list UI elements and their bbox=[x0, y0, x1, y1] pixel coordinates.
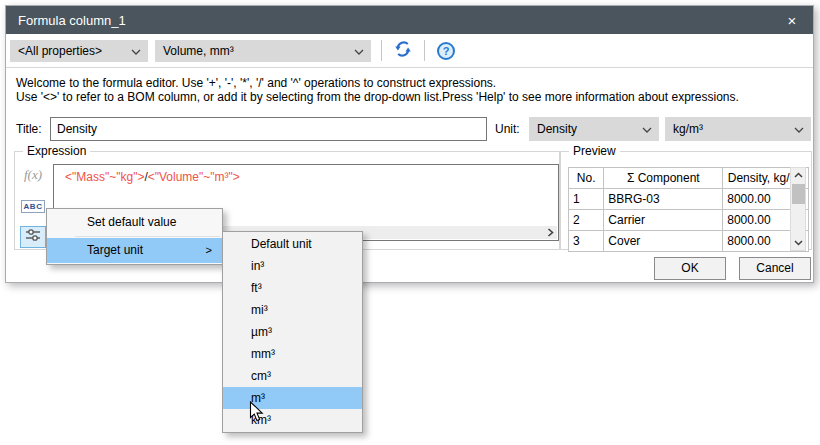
toolbar: <All properties> Volume, mm³ bbox=[6, 34, 813, 68]
column-header-component: Σ Component bbox=[604, 168, 723, 189]
unit-label: Unit: bbox=[495, 117, 520, 141]
cell-no: 2 bbox=[569, 210, 604, 231]
preview-group: Preview No. Σ Component Density, kg/m³ 1… bbox=[560, 151, 812, 250]
title-label: Title: bbox=[16, 117, 42, 141]
help-icon: ? bbox=[437, 42, 455, 60]
title-bar: Formula column_1 × bbox=[6, 6, 813, 34]
help-button[interactable]: ? bbox=[435, 40, 457, 62]
title-input[interactable] bbox=[50, 117, 487, 141]
cell-component: Cover bbox=[604, 231, 723, 252]
scroll-down-icon[interactable] bbox=[791, 235, 805, 250]
preview-group-label: Preview bbox=[569, 144, 620, 158]
cell-component: BBRG-03 bbox=[604, 189, 723, 210]
unit-type-dropdown[interactable]: Density bbox=[529, 117, 659, 141]
cell-component: Carrier bbox=[604, 210, 723, 231]
welcome-line-2: Use '<>' to refer to a BOM column, or ad… bbox=[16, 90, 739, 104]
submenu-item-in3[interactable]: in³ bbox=[223, 255, 362, 277]
column-header-no: No. bbox=[569, 168, 604, 189]
properties-dropdown-value: <All properties> bbox=[18, 44, 102, 58]
cancel-button[interactable]: Cancel bbox=[739, 257, 811, 280]
expression-tools: f(x) ABC bbox=[20, 164, 48, 257]
formula-left-ref: <"Mass"~"kg"> bbox=[65, 170, 144, 184]
scrollbar-thumb[interactable] bbox=[792, 184, 805, 204]
close-button[interactable]: × bbox=[771, 6, 813, 34]
formula-right-ref: <"Volume"~"m³"> bbox=[148, 170, 240, 184]
menu-item-set-default-value[interactable]: Set default value bbox=[47, 210, 222, 235]
table-header-row: No. Σ Component Density, kg/m³ bbox=[569, 168, 809, 189]
abc-icon: ABC bbox=[21, 200, 46, 213]
close-icon: × bbox=[788, 12, 797, 29]
menu-separator bbox=[75, 236, 220, 237]
submenu-item-cm3[interactable]: cm³ bbox=[223, 365, 362, 387]
submenu-item-m3[interactable]: m³ bbox=[223, 387, 362, 409]
fx-icon: f(x) bbox=[24, 167, 42, 183]
table-row: 3 Cover 8000.00 bbox=[569, 231, 809, 252]
vertical-scrollbar[interactable] bbox=[790, 167, 806, 251]
preview-table: No. Σ Component Density, kg/m³ 1 BBRG-03… bbox=[568, 167, 809, 252]
text-button[interactable]: ABC bbox=[20, 195, 46, 217]
submenu-item-default-unit[interactable]: Default unit bbox=[223, 233, 362, 255]
refresh-button[interactable] bbox=[392, 40, 414, 62]
table-row: 2 Carrier 8000.00 bbox=[569, 210, 809, 231]
sliders-icon bbox=[25, 228, 41, 246]
expression-group-label: Expression bbox=[23, 144, 90, 158]
options-button[interactable] bbox=[20, 226, 46, 248]
cell-no: 1 bbox=[569, 189, 604, 210]
chevron-down-icon bbox=[642, 122, 652, 136]
bom-column-dropdown-value: Volume, mm³ bbox=[163, 44, 234, 58]
chevron-down-icon bbox=[131, 44, 141, 58]
table-row: 1 BBRG-03 8000.00 bbox=[569, 189, 809, 210]
submenu-arrow-icon: > bbox=[206, 238, 212, 263]
bom-column-dropdown[interactable]: Volume, mm³ bbox=[155, 40, 371, 62]
submenu-item-ft3[interactable]: ft³ bbox=[223, 277, 362, 299]
welcome-line-1: Welcome to the formula editor. Use '+', … bbox=[16, 76, 739, 90]
submenu-item-km3[interactable]: km³ bbox=[223, 409, 362, 431]
menu-item-target-unit[interactable]: Target unit > bbox=[47, 238, 222, 263]
screen: Formula column_1 × <All properties> Volu… bbox=[0, 0, 820, 445]
context-menu: Set default value Target unit > bbox=[46, 208, 223, 265]
target-unit-submenu: Default unit in³ ft³ mi³ µm³ mm³ cm³ m³ … bbox=[222, 231, 363, 433]
unit-measure-dropdown[interactable]: kg/m³ bbox=[665, 117, 811, 141]
submenu-item-mi3[interactable]: mi³ bbox=[223, 299, 362, 321]
chevron-down-icon bbox=[354, 44, 364, 58]
formula-text: <"Mass"~"kg">/<"Volume"~"m³"> bbox=[54, 165, 558, 184]
scroll-right-icon[interactable] bbox=[543, 226, 557, 239]
properties-dropdown[interactable]: <All properties> bbox=[10, 40, 148, 62]
cell-no: 3 bbox=[569, 231, 604, 252]
mouse-cursor-icon bbox=[249, 401, 264, 427]
chevron-down-icon bbox=[794, 122, 804, 136]
scroll-up-icon[interactable] bbox=[791, 168, 805, 183]
function-button[interactable]: f(x) bbox=[20, 164, 46, 186]
menu-item-label: Target unit bbox=[87, 243, 143, 257]
welcome-text: Welcome to the formula editor. Use '+', … bbox=[16, 76, 739, 104]
submenu-item-mm3[interactable]: mm³ bbox=[223, 343, 362, 365]
unit-measure-value: kg/m³ bbox=[673, 122, 703, 136]
ok-button[interactable]: OK bbox=[654, 257, 726, 280]
unit-type-value: Density bbox=[537, 122, 577, 136]
submenu-item-um3[interactable]: µm³ bbox=[223, 321, 362, 343]
toolbar-separator bbox=[424, 40, 425, 61]
dialog-title: Formula column_1 bbox=[18, 13, 126, 28]
toolbar-separator bbox=[381, 40, 382, 61]
refresh-icon bbox=[393, 39, 413, 63]
